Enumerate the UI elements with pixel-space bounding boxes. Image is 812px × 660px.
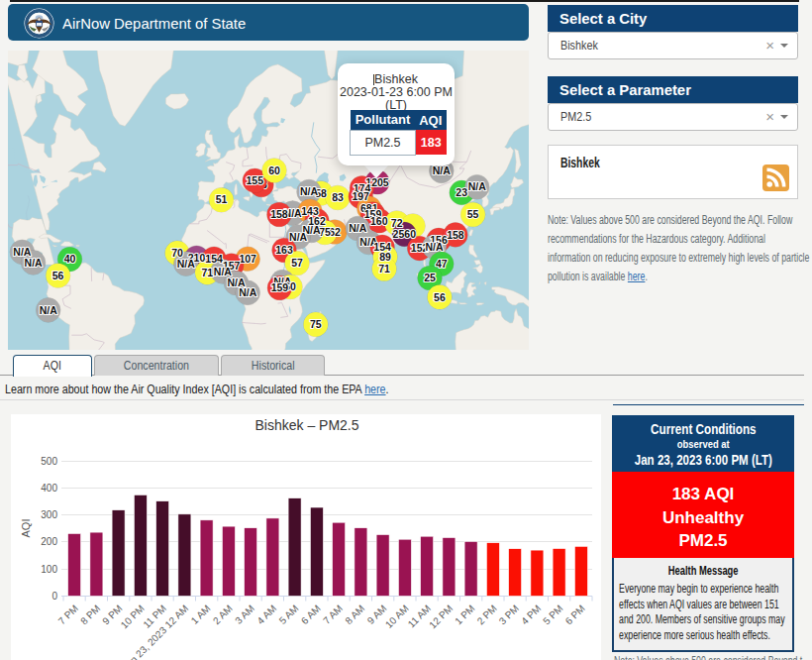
svg-text:25: 25 (424, 272, 436, 283)
svg-text:8 AM: 8 AM (343, 603, 366, 626)
svg-text:3 AM: 3 AM (233, 603, 256, 626)
svg-text:N/A: N/A (433, 165, 452, 176)
svg-text:71: 71 (378, 263, 390, 275)
svg-text:12 PM: 12 PM (427, 603, 455, 630)
svg-text:107: 107 (239, 253, 256, 265)
svg-text:3 PM: 3 PM (497, 603, 521, 626)
svg-text:10 PM: 10 PM (119, 603, 147, 630)
svg-text:500: 500 (41, 456, 57, 467)
svg-text:55: 55 (467, 208, 479, 220)
svg-text:6 AM: 6 AM (299, 603, 323, 626)
svg-text:89: 89 (379, 251, 391, 263)
svg-text:155: 155 (247, 174, 264, 186)
svg-text:47: 47 (436, 258, 448, 270)
svg-text:1 PM: 1 PM (453, 603, 476, 626)
svg-text:163: 163 (275, 244, 293, 256)
svg-text:6 PM: 6 PM (563, 603, 587, 626)
svg-text:40: 40 (64, 253, 76, 265)
svg-text:200: 200 (41, 536, 57, 547)
svg-text:4 AM: 4 AM (254, 603, 278, 626)
svg-text:197: 197 (352, 190, 369, 202)
svg-text:154: 154 (205, 253, 223, 265)
svg-text:N/A: N/A (468, 180, 487, 192)
svg-text:N/A: N/A (214, 266, 233, 277)
svg-text:100: 100 (41, 564, 57, 575)
svg-text:75: 75 (319, 226, 331, 238)
svg-text:62: 62 (329, 226, 341, 238)
svg-text:0: 0 (51, 591, 57, 602)
svg-text:2 AM: 2 AM (211, 603, 235, 626)
svg-text:5 AM: 5 AM (277, 603, 301, 626)
svg-text:160: 160 (370, 215, 388, 227)
svg-text:72: 72 (391, 217, 403, 229)
svg-text:N/A: N/A (300, 185, 319, 197)
svg-text:N/A: N/A (239, 286, 257, 298)
svg-text:5 PM: 5 PM (541, 603, 564, 626)
svg-text:8 PM: 8 PM (78, 603, 102, 626)
svg-text:71: 71 (201, 267, 213, 278)
svg-text:83: 83 (332, 191, 344, 203)
svg-text:N/A: N/A (425, 241, 444, 253)
svg-text:10 AM: 10 AM (383, 603, 411, 630)
svg-text:159: 159 (271, 281, 289, 293)
svg-text:75: 75 (310, 318, 322, 330)
svg-text:300: 300 (41, 509, 57, 520)
svg-text:2560: 2560 (393, 228, 417, 240)
svg-text:158: 158 (447, 229, 464, 241)
svg-text:56: 56 (434, 291, 446, 303)
svg-text:N/A: N/A (349, 222, 367, 234)
svg-text:23: 23 (456, 186, 467, 198)
svg-text:7 AM: 7 AM (321, 603, 345, 626)
svg-text:158: 158 (270, 208, 288, 220)
svg-text:2 PM: 2 PM (475, 603, 499, 626)
svg-text:Bishkek – PM2.5: Bishkek – PM2.5 (254, 417, 358, 433)
svg-text:1 AM: 1 AM (189, 603, 213, 626)
svg-text:57: 57 (291, 257, 303, 269)
svg-text:51: 51 (216, 193, 228, 205)
svg-text:60: 60 (268, 165, 280, 176)
svg-text:56: 56 (52, 270, 64, 281)
svg-text:400: 400 (41, 483, 57, 494)
svg-text:N/A: N/A (177, 258, 196, 270)
svg-text:4 PM: 4 PM (519, 603, 543, 626)
svg-text:N/A: N/A (40, 304, 58, 316)
svg-text:AQI: AQI (20, 519, 32, 538)
svg-text:7 PM: 7 PM (56, 603, 80, 626)
svg-text:N/A: N/A (289, 231, 308, 243)
svg-text:N/A: N/A (25, 257, 44, 269)
